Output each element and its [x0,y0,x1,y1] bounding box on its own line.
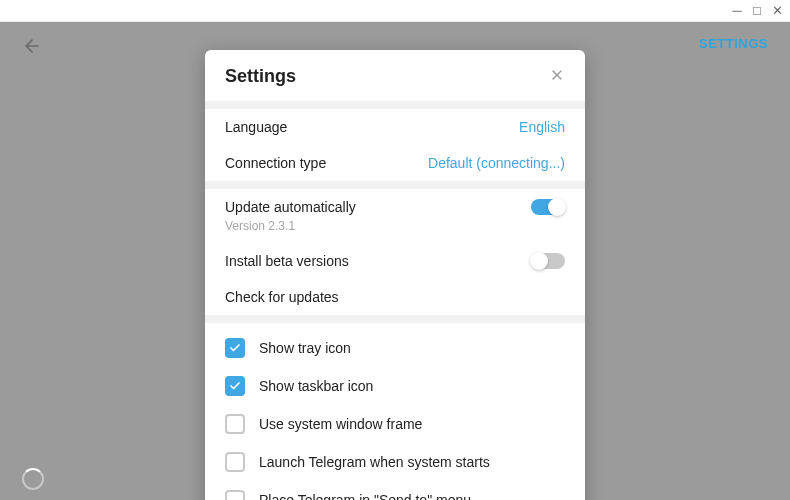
separator [205,315,585,323]
separator [205,101,585,109]
connection-type-row[interactable]: Connection type Default (connecting...) [205,145,585,181]
system-frame-row[interactable]: Use system window frame [205,405,585,443]
settings-header-link[interactable]: SETTINGS [699,36,768,51]
show-taskbar-checkbox[interactable] [225,376,245,396]
modal-title: Settings [225,66,296,87]
check-icon [229,342,241,354]
send-to-row[interactable]: Place Telegram in "Send to" menu [205,481,585,500]
check-updates-label: Check for updates [225,289,339,305]
main-area: SETTINGS Settings Language English Conne… [0,22,790,500]
check-updates-row[interactable]: Check for updates [205,279,585,315]
language-row[interactable]: Language English [205,109,585,145]
version-text: Version 2.3.1 [205,219,585,243]
maximize-button[interactable]: □ [750,4,764,18]
close-icon [549,67,565,83]
close-modal-button[interactable] [549,67,565,87]
show-taskbar-label: Show taskbar icon [259,378,373,394]
modal-header: Settings [205,50,585,101]
show-tray-checkbox[interactable] [225,338,245,358]
install-beta-toggle[interactable] [531,253,565,269]
launch-startup-checkbox[interactable] [225,452,245,472]
arrow-left-icon [22,36,42,56]
language-value: English [519,119,565,135]
system-frame-checkbox[interactable] [225,414,245,434]
show-taskbar-row[interactable]: Show taskbar icon [205,367,585,405]
update-auto-toggle[interactable] [531,199,565,215]
send-to-checkbox[interactable] [225,490,245,500]
update-auto-label: Update automatically [225,199,356,215]
loading-spinner-icon [22,468,44,490]
install-beta-row[interactable]: Install beta versions [205,243,585,279]
minimize-button[interactable]: ─ [730,4,744,18]
connection-label: Connection type [225,155,326,171]
connection-value: Default (connecting...) [428,155,565,171]
show-tray-label: Show tray icon [259,340,351,356]
system-frame-label: Use system window frame [259,416,422,432]
language-label: Language [225,119,287,135]
check-icon [229,380,241,392]
window-titlebar: ─ □ ✕ [0,0,790,22]
send-to-label: Place Telegram in "Send to" menu [259,492,471,500]
back-button[interactable] [22,36,42,60]
settings-modal: Settings Language English Connection typ… [205,50,585,500]
install-beta-label: Install beta versions [225,253,349,269]
launch-startup-label: Launch Telegram when system starts [259,454,490,470]
separator [205,181,585,189]
show-tray-row[interactable]: Show tray icon [205,329,585,367]
launch-startup-row[interactable]: Launch Telegram when system starts [205,443,585,481]
close-window-button[interactable]: ✕ [770,4,784,18]
